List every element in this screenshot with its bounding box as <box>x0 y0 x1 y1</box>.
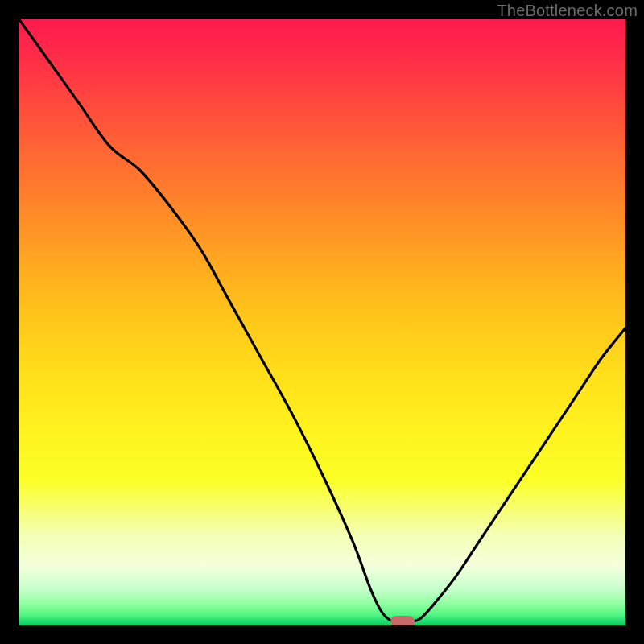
watermark-text: TheBottleneck.com <box>497 2 638 20</box>
plot-area <box>19 19 625 625</box>
chart-frame: TheBottleneck.com <box>0 0 644 644</box>
bottleneck-curve <box>19 19 625 625</box>
optimal-point-marker <box>390 616 415 625</box>
